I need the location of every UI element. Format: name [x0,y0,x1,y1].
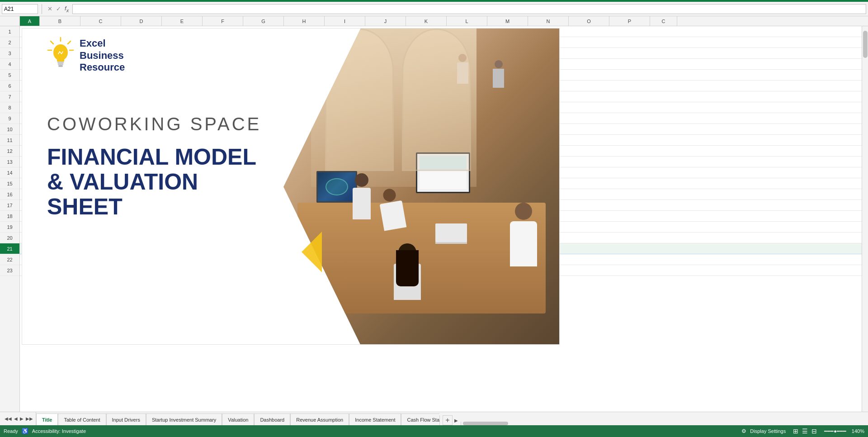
svg-rect-7 [57,62,64,63]
col-header-k[interactable]: K [406,16,447,26]
row-header-6[interactable]: 6 [0,81,19,91]
row-header-18[interactable]: 18 [0,211,19,222]
tab-revenue-assumption[interactable]: Revenue Assumption [290,413,349,425]
svg-line-1 [68,41,71,44]
row-header-21[interactable]: 21 [0,243,19,254]
person-seated-right [510,203,537,266]
row-header-10[interactable]: 10 [0,124,19,135]
tab-startup-investment[interactable]: Startup Investment Summary [146,413,222,425]
zoom-level: 140% [852,428,864,434]
view-page-layout-icon[interactable]: ☰ [802,428,808,435]
subtitle-container: FINANCIAL MODEL & VALUATION SHEET [47,145,261,219]
sheet-tabs-bar: ◀◀ ◀ ▶ ▶▶ Title Table of Content Input D… [0,412,868,425]
h-scroll-thumb[interactable] [463,422,508,425]
row-header-16[interactable]: 16 [0,189,19,200]
view-page-break-icon[interactable]: ⊟ [811,428,817,435]
tab-title[interactable]: Title [36,413,58,425]
row-header-15[interactable]: 15 [0,178,19,189]
zoom-slider[interactable]: ━━━●━━━ [824,428,846,434]
person-sitting-front [394,243,421,298]
row-header-1[interactable]: 1 [0,26,19,37]
tab-cash-flow-statement[interactable]: Cash Flow Statement [401,413,439,425]
row-header-2[interactable]: 2 [0,37,19,48]
col-header-p[interactable]: P [609,16,650,26]
formula-input[interactable] [72,4,866,14]
col-header-i[interactable]: I [325,16,365,26]
status-right: ⚙ Display Settings ⊞ ☰ ⊟ ━━━●━━━ 140% [741,428,864,435]
col-header-j[interactable]: J [365,16,406,26]
col-header-o[interactable]: O [569,16,609,26]
col-header-h[interactable]: H [284,16,325,26]
display-settings-label[interactable]: Display Settings [750,428,786,434]
row-header-7[interactable]: 7 [0,91,19,102]
grid-content[interactable]: Excel Business Resource COWORKING SPACE … [20,26,868,412]
col-header-b[interactable]: B [40,16,80,26]
office-photo-bg [283,28,559,345]
view-normal-icon[interactable]: ⊞ [793,428,798,435]
accessibility-status[interactable]: Accessibility: Investigate [32,428,86,434]
tab-dashboard[interactable]: Dashboard [254,413,290,425]
row-header-3[interactable]: 3 [0,48,19,59]
table-surface [297,203,546,314]
new-sheet-button[interactable]: + [443,415,453,425]
window-arch2 [402,28,471,171]
tab-input-drivers[interactable]: Input Drivers [106,413,146,425]
v-scroll-thumb[interactable] [863,31,868,58]
row-header-13[interactable]: 13 [0,157,19,167]
svg-rect-6 [57,59,64,62]
tab-scroll-right-icon[interactable]: ▶ [454,418,458,423]
person-standing-left [353,173,371,218]
row-header-9[interactable]: 9 [0,113,19,124]
tab-table-of-content[interactable]: Table of Content [58,413,106,425]
tab-last-icon[interactable]: ▶▶ [25,415,34,422]
col-headers: A B C D E F G H I J K L M N O P C [0,16,868,26]
formula-icons: ✕ ✓ fx [46,5,71,13]
tab-first-icon[interactable]: ◀◀ [4,415,13,422]
cell-ref-box[interactable]: A21 [2,4,38,14]
tab-next-icon[interactable]: ▶ [19,415,24,422]
row-header-19[interactable]: 19 [0,222,19,233]
formula-separator [42,4,42,14]
coworking-space-title: COWORKING SPACE [47,112,261,136]
col-header-d[interactable]: D [121,16,162,26]
row-headers: 1 2 3 4 5 6 7 8 9 10 11 12 13 14 15 16 1… [0,26,20,412]
cancel-icon[interactable]: ✕ [47,5,52,12]
row-header-22[interactable]: 22 [0,254,19,265]
col-header-g[interactable]: G [243,16,284,26]
vertical-scrollbar[interactable] [862,26,868,412]
display-settings-icon[interactable]: ⚙ [741,428,746,434]
logo-business-text: Business [80,50,125,62]
col-header-f[interactable]: F [203,16,243,26]
row-header-4[interactable]: 4 [0,59,19,70]
personbg1-body [493,69,504,88]
cover-page: Excel Business Resource COWORKING SPACE … [22,28,560,345]
laptop-screen [435,223,467,242]
row-header-20[interactable]: 20 [0,233,19,243]
col-header-e[interactable]: E [162,16,203,26]
tab-prev-icon[interactable]: ◀ [13,415,19,422]
row-header-11[interactable]: 11 [0,135,19,146]
monitor-chart-bottom [420,171,467,190]
row-header-12[interactable]: 12 [0,146,19,157]
col-header-c[interactable]: C [80,16,121,26]
h-scroll-area[interactable] [461,422,868,425]
row-header-23[interactable]: 23 [0,265,19,276]
col-header-a[interactable]: A [20,16,40,26]
col-header-q[interactable]: C [650,16,677,26]
row-header-17[interactable]: 17 [0,200,19,211]
tab-income-statement[interactable]: Income Statement [349,413,401,425]
row-header-14[interactable]: 14 [0,167,19,178]
col-header-m[interactable]: M [487,16,528,26]
row-header-5[interactable]: 5 [0,70,19,81]
row-header-8[interactable]: 8 [0,102,19,113]
confirm-icon[interactable]: ✓ [56,5,61,12]
person1-head [355,173,368,187]
accessibility-icon[interactable]: ♿ [22,428,28,434]
tab-valuation[interactable]: Valuation [222,413,254,425]
col-header-l[interactable]: L [447,16,487,26]
person4-body [510,221,537,266]
function-icon[interactable]: fx [65,5,69,13]
status-bar: Ready ♿ Accessibility: Investigate ⚙ Dis… [0,425,868,437]
col-header-n[interactable]: N [528,16,569,26]
title-area: COWORKING SPACE FINANCIAL MODEL & VALUAT… [47,112,261,219]
